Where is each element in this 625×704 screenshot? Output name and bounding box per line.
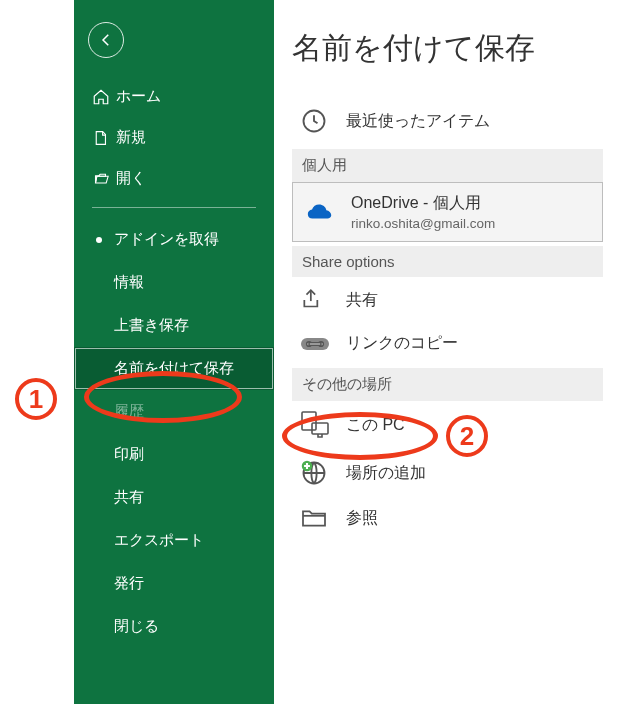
nav-print[interactable]: 印刷 <box>74 433 274 476</box>
onedrive-title: OneDrive - 個人用 <box>351 193 495 214</box>
location-this-pc[interactable]: この PC <box>292 401 603 449</box>
svg-rect-4 <box>309 342 321 344</box>
divider <box>92 207 256 208</box>
nav-label: 新規 <box>116 128 146 147</box>
document-icon <box>92 129 116 147</box>
location-recent[interactable]: 最近使ったアイテム <box>292 97 603 145</box>
page-title: 名前を付けて保存 <box>292 28 603 69</box>
nav-share[interactable]: 共有 <box>74 476 274 519</box>
location-share[interactable]: 共有 <box>292 277 603 323</box>
nav-history: 履歴 <box>74 390 274 433</box>
svg-rect-6 <box>312 423 328 434</box>
location-label: 最近使ったアイテム <box>346 111 490 132</box>
section-personal-header: 個人用 <box>292 149 603 182</box>
nav-open[interactable]: 開く <box>74 158 274 199</box>
nav-get-addins[interactable]: アドインを取得 <box>74 218 274 261</box>
section-other-locations-header: その他の場所 <box>292 368 603 401</box>
main-panel: 名前を付けて保存 最近使ったアイテム 個人用 OneDrive - 個人用 ri… <box>274 0 625 704</box>
clock-icon <box>300 107 346 135</box>
section-share-options-header: Share options <box>292 246 603 277</box>
link-icon <box>300 335 346 353</box>
nav-home[interactable]: ホーム <box>74 76 274 117</box>
folder-open-icon <box>92 171 116 187</box>
nav-export[interactable]: エクスポート <box>74 519 274 562</box>
location-browse[interactable]: 参照 <box>292 497 603 539</box>
nav-info[interactable]: 情報 <box>74 261 274 304</box>
nav-publish[interactable]: 発行 <box>74 562 274 605</box>
backstage-sidebar: ホーム 新規 開く アドインを取得 情報 上書き保存 名前を付けて保存 履歴 印… <box>74 0 274 704</box>
nav-save-as[interactable]: 名前を付けて保存 <box>74 347 274 390</box>
location-add-place[interactable]: 場所の追加 <box>292 449 603 497</box>
location-label: リンクのコピー <box>346 333 458 354</box>
add-place-icon <box>300 459 346 487</box>
share-icon <box>300 287 346 313</box>
this-pc-icon <box>300 411 346 439</box>
location-label: 共有 <box>346 290 378 311</box>
location-label: 場所の追加 <box>346 463 426 484</box>
location-label: この PC <box>346 415 405 436</box>
nav-label: 開く <box>116 169 146 188</box>
svg-rect-5 <box>302 412 316 430</box>
back-button[interactable] <box>88 22 124 58</box>
home-icon <box>92 88 116 106</box>
location-onedrive[interactable]: OneDrive - 個人用 rinko.oshita@gmail.com <box>292 182 603 242</box>
folder-icon <box>300 507 346 529</box>
onedrive-email: rinko.oshita@gmail.com <box>351 216 495 231</box>
nav-save[interactable]: 上書き保存 <box>74 304 274 347</box>
onedrive-icon <box>305 201 351 223</box>
nav-label: ホーム <box>116 87 161 106</box>
nav-close[interactable]: 閉じる <box>74 605 274 648</box>
location-label: 参照 <box>346 508 378 529</box>
location-copy-link[interactable]: リンクのコピー <box>292 323 603 364</box>
nav-new[interactable]: 新規 <box>74 117 274 158</box>
